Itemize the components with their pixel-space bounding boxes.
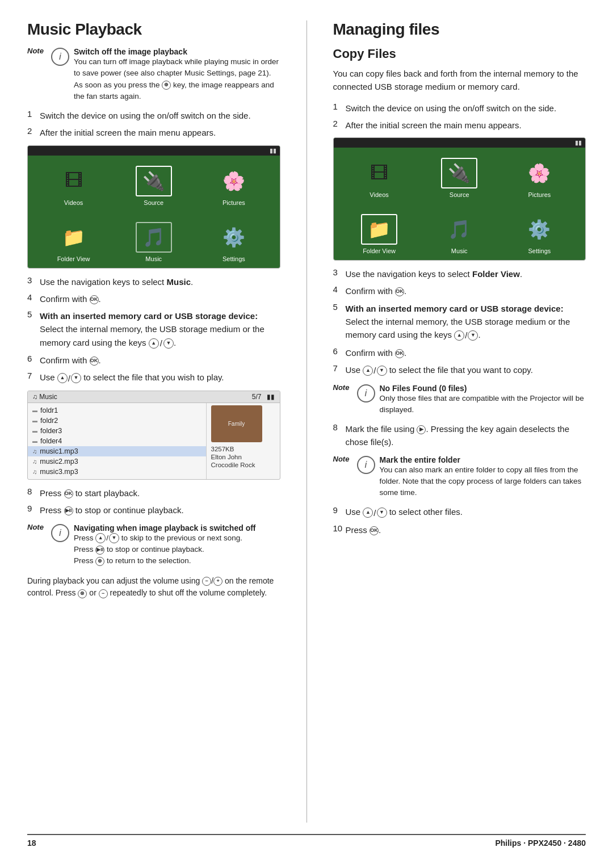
mute-icon: ⊗ — [78, 589, 87, 598]
list-item-music3: music3.mp3 — [28, 467, 206, 477]
r-step-6: 6 Confirm with OK. — [333, 346, 586, 359]
r-step-8: 8 Mark the file using ▶. Pressing the ke… — [333, 422, 586, 449]
note-switch-off-heading: Switch off the image playback — [74, 47, 187, 56]
pause-key-icon2: ▶II — [95, 546, 104, 555]
menu-icon-folder: 📁 Folder View — [56, 222, 92, 262]
step-6: 6 Confirm with OK. — [27, 354, 280, 367]
right-steps-1-2: 1 Switch the device on using the on/off … — [333, 102, 586, 132]
r-step-10: 10 Press OK. — [333, 523, 586, 536]
nav-up-key: ▲ — [149, 338, 159, 349]
ok-key-icon2: OK — [90, 357, 99, 366]
right-title: Managing files — [333, 20, 586, 39]
step-1: 1 Switch the device on using the on/off … — [27, 109, 280, 122]
list-item-folder4: folder4 — [28, 436, 206, 446]
menu-icon-music: 🎵 Music — [136, 222, 172, 262]
step-8-text: Press OK to start playback. — [40, 487, 140, 500]
note-no-files: Note i No Files Found (0 files) Only tho… — [333, 383, 586, 416]
ml-song: Crocodile Rock — [211, 462, 275, 468]
menu-icon-source: 🔌 Source — [136, 166, 172, 206]
menu-icon-videos: 🎞 Videos — [56, 166, 92, 206]
menu-icon-pictures: 🌸 Pictures — [216, 166, 252, 206]
step-3: 3 Use the navigation keys to select Musi… — [27, 275, 280, 288]
steps-8-9: 8 Press OK to start playback. 9 Press ▶I… — [27, 487, 280, 517]
brand-info: Philips · PPX2450 · 2480 — [495, 838, 586, 848]
menu-icon-settings: ⚙️ Settings — [216, 222, 252, 262]
step-3-text: Use the navigation keys to select Music. — [40, 275, 193, 288]
left-title: Music Playback — [27, 20, 280, 39]
icons-row-top: 🎞 Videos 🔌 Source 🌸 Pictures — [28, 156, 280, 212]
r-icons-row-top: 🎞 Videos 🔌 Source 🌸 Pictures — [334, 148, 586, 204]
ok-key-icon3: OK — [64, 489, 73, 498]
list-item-music2: music2.mp3 — [28, 456, 206, 467]
menu-screenshot-left: ▮▮ 🎞 Videos 🔌 Source 🌸 Pictures — [27, 145, 280, 269]
icons-row-bottom: 📁 Folder View 🎵 Music ⚙️ Settings — [28, 212, 280, 268]
r-step-5: 5 With an inserted memory card or USB st… — [333, 302, 586, 342]
step-8: 8 Press OK to start playback. — [27, 487, 280, 500]
menu-screenshot-right: ▮▮ 🎞 Videos 🔌 Source 🌸 Pictures — [333, 137, 586, 261]
note-mark-folder: Note i Mark the entire folder You can al… — [333, 455, 586, 499]
info-icon2: i — [51, 524, 69, 542]
step-1-text: Switch the device on using the on/off sw… — [40, 109, 251, 122]
note-mark-folder-heading: Mark the entire folder — [380, 455, 460, 464]
note-navigating-heading: Navigating when image playback is switch… — [74, 523, 256, 532]
step-7-text: Use ▲/▼ to select the file that you wish… — [40, 371, 224, 385]
step-6-text: Confirm with OK. — [40, 354, 101, 367]
note-no-files-body: Only those files that are compatible wit… — [380, 393, 586, 416]
r-menu-icon-folder: 📁 Folder View — [361, 214, 397, 254]
note-navigating: Note i Navigating when image playback is… — [27, 523, 280, 567]
r-menu-icon-source: 🔌 Source — [441, 158, 477, 198]
ml-header: ♫ Music 5/7 ▮▮ — [28, 391, 280, 403]
r-play-key: ▶ — [417, 425, 426, 434]
ml-artist: Elton John — [211, 454, 275, 460]
ml-size: 3257KB — [211, 446, 275, 452]
music-list-screenshot: ♫ Music 5/7 ▮▮ foldr1 foldr2 folder3 fol… — [27, 391, 280, 480]
step-9-text: Press ▶II to stop or continue playback. — [40, 504, 184, 517]
left-column: Music Playback Note i Switch off the ima… — [27, 20, 280, 823]
step-4: 4 Confirm with OK. — [27, 292, 280, 305]
right-step-8: 8 Mark the file using ▶. Pressing the ke… — [333, 422, 586, 449]
info-icon4: i — [357, 456, 375, 474]
info-icon3: i — [357, 384, 375, 402]
power-key-icon: ⊕ — [162, 81, 171, 90]
step-5-text: With an inserted memory card or USB stor… — [40, 309, 280, 350]
r-menu-icon-videos: 🎞 Videos — [361, 158, 397, 198]
right-steps-9-10: 9 Use ▲/▼ to select other files. 10 Pres… — [333, 505, 586, 536]
r-step-3: 3 Use the navigation keys to select Fold… — [333, 267, 586, 280]
step-5: 5 With an inserted memory card or USB st… — [27, 309, 280, 350]
r-step-4: 4 Confirm with OK. — [333, 284, 586, 297]
r-ok-key3: OK — [370, 526, 379, 535]
r-step-2: 2 After the initial screen the main menu… — [333, 119, 586, 132]
right-subtitle: Copy Files — [333, 47, 586, 61]
step-2-text: After the initial screen the main menu a… — [40, 126, 216, 139]
ml-thumbnail: Family — [211, 405, 262, 442]
step-7: 7 Use ▲/▼ to select the file that you wi… — [27, 371, 280, 385]
step-2: 2 After the initial screen the main menu… — [27, 126, 280, 139]
r-step-9: 9 Use ▲/▼ to select other files. — [333, 505, 586, 519]
r-menu-icon-settings: ⚙️ Settings — [521, 214, 557, 254]
page-number: 18 — [27, 838, 36, 848]
pause-key-icon: ▶II — [64, 506, 73, 515]
screenshot-topbar-right: ▮▮ — [334, 138, 586, 148]
note-switch-off-body: You can turn off image playback while pl… — [74, 56, 280, 102]
steps-3-7: 3 Use the navigation keys to select Musi… — [27, 275, 280, 385]
r-step-7: 7 Use ▲/▼ to select the file that you wa… — [333, 363, 586, 378]
step-9: 9 Press ▶II to stop or continue playback… — [27, 504, 280, 517]
steps-1-2: 1 Switch the device on using the on/off … — [27, 109, 280, 140]
list-item-music1: music1.mp3 — [28, 446, 206, 456]
note-switch-off: Note i Switch off the image playback You… — [27, 47, 280, 102]
r-ok-key2: OK — [395, 349, 404, 358]
r-menu-icon-music: 🎵 Music — [441, 214, 477, 254]
list-item-folder1: foldr1 — [28, 405, 206, 416]
r-step-1: 1 Switch the device on using the on/off … — [333, 102, 586, 115]
list-item-folder3: folder3 — [28, 426, 206, 436]
right-intro: You can copy files back and forth from t… — [333, 67, 586, 94]
ml-body: foldr1 foldr2 folder3 folder4 music1.mp3… — [28, 403, 280, 479]
right-steps-3-7: 3 Use the navigation keys to select Fold… — [333, 267, 586, 378]
nav-dn-key: ▼ — [163, 338, 174, 349]
screenshot-topbar: ▮▮ — [28, 146, 280, 156]
footer: 18 Philips · PPX2450 · 2480 — [27, 834, 586, 848]
ok-key-icon: OK — [90, 295, 99, 304]
note-mark-folder-body: You can also mark an entire folder to co… — [380, 464, 586, 499]
r-icons-row-bottom: 📁 Folder View 🎵 Music ⚙️ Settings — [334, 204, 586, 260]
step-4-text: Confirm with OK. — [40, 292, 101, 305]
